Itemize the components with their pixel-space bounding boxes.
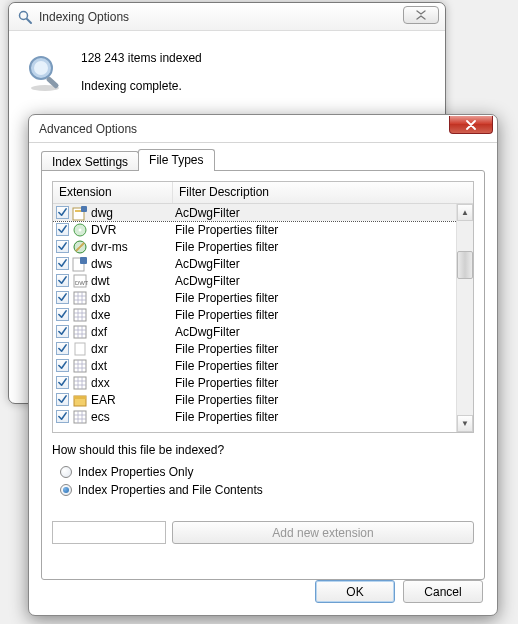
add-new-extension-button[interactable]: Add new extension	[172, 521, 474, 544]
tab-panel-file-types: Extension Filter Description dwgAcDwgFil…	[41, 170, 485, 580]
status-column: 128 243 items indexed Indexing complete.	[81, 51, 431, 96]
extension-text: dxf	[91, 325, 107, 339]
advanced-options-window: Advanced Options Index Settings File Typ…	[28, 114, 498, 616]
extension-text: DVR	[91, 223, 116, 237]
radio-properties-only[interactable]: Index Properties Only	[52, 463, 474, 481]
table-row[interactable]: dwsAcDwgFilter	[53, 255, 473, 272]
cancel-button[interactable]: Cancel	[403, 580, 483, 603]
window-title: Indexing Options	[39, 10, 129, 24]
window-body: 128 243 items indexed Indexing complete.	[9, 31, 445, 108]
checkbox[interactable]	[56, 274, 69, 287]
svg-rect-7	[75, 210, 82, 212]
window-title: Advanced Options	[39, 122, 137, 136]
extension-text: dxt	[91, 359, 107, 373]
extension-text: dwt	[91, 274, 110, 288]
file-type-icon	[72, 205, 88, 221]
file-type-icon	[72, 290, 88, 306]
add-extension-row: Add new extension	[52, 521, 474, 544]
scroll-thumb[interactable]	[457, 251, 473, 279]
table-row[interactable]: dxtFile Properties filter	[53, 357, 473, 374]
items-indexed-text: 128 243 items indexed	[81, 51, 431, 65]
tabs: Index Settings File Types	[41, 149, 485, 171]
table-row[interactable]: DWTdwtAcDwgFilter	[53, 272, 473, 289]
svg-rect-8	[81, 206, 87, 212]
filter-description-text: File Properties filter	[173, 410, 473, 424]
file-types-list: Extension Filter Description dwgAcDwgFil…	[52, 181, 474, 433]
filter-description-text: File Properties filter	[173, 376, 473, 390]
file-type-icon: DWT	[72, 273, 88, 289]
filter-description-text: AcDwgFilter	[173, 206, 473, 220]
titlebar[interactable]: Advanced Options	[29, 115, 497, 143]
checkbox[interactable]	[56, 291, 69, 304]
extension-text: dws	[91, 257, 112, 271]
file-type-icon	[72, 409, 88, 425]
radio-label: Index Properties Only	[78, 465, 193, 479]
checkbox[interactable]	[56, 376, 69, 389]
extension-text: dvr-ms	[91, 240, 128, 254]
checkbox[interactable]	[56, 393, 69, 406]
magnifier-icon	[17, 9, 33, 25]
file-type-icon	[72, 222, 88, 238]
file-type-icon	[72, 341, 88, 357]
checkbox[interactable]	[56, 240, 69, 253]
table-row[interactable]: ecsFile Properties filter	[53, 408, 473, 425]
close-button[interactable]	[449, 116, 493, 134]
index-question-label: How should this file be indexed?	[52, 443, 474, 457]
svg-rect-17	[74, 292, 86, 304]
checkbox[interactable]	[56, 359, 69, 372]
tab-file-types[interactable]: File Types	[138, 149, 214, 171]
svg-point-10	[79, 228, 82, 231]
table-row[interactable]: DVRFile Properties filter	[53, 221, 473, 238]
table-row[interactable]: dxfAcDwgFilter	[53, 323, 473, 340]
table-row[interactable]: EARFile Properties filter	[53, 391, 473, 408]
table-row[interactable]: dxeFile Properties filter	[53, 306, 473, 323]
indexing-status-text: Indexing complete.	[81, 79, 431, 93]
checkbox[interactable]	[56, 223, 69, 236]
filter-description-text: File Properties filter	[173, 308, 473, 322]
file-type-icon	[72, 239, 88, 255]
scroll-up-arrow[interactable]: ▲	[457, 204, 473, 221]
file-type-icon	[72, 307, 88, 323]
svg-rect-24	[74, 396, 86, 399]
svg-rect-14	[80, 257, 87, 264]
column-extension[interactable]: Extension	[53, 182, 173, 203]
svg-text:DWT: DWT	[75, 280, 88, 286]
close-button[interactable]	[403, 6, 439, 24]
checkbox[interactable]	[56, 342, 69, 355]
table-row[interactable]: dwgAcDwgFilter	[53, 204, 473, 221]
filter-description-text: File Properties filter	[173, 393, 473, 407]
filter-description-text: AcDwgFilter	[173, 274, 473, 288]
checkbox[interactable]	[56, 410, 69, 423]
new-extension-input[interactable]	[52, 521, 166, 544]
column-filter-description[interactable]: Filter Description	[173, 182, 473, 203]
filter-description-text: AcDwgFilter	[173, 325, 473, 339]
titlebar[interactable]: Indexing Options	[9, 3, 445, 31]
table-row[interactable]: dxrFile Properties filter	[53, 340, 473, 357]
extension-text: EAR	[91, 393, 116, 407]
scroll-down-arrow[interactable]: ▼	[457, 415, 473, 432]
radio-icon	[60, 484, 72, 496]
checkbox[interactable]	[56, 308, 69, 321]
list-header[interactable]: Extension Filter Description	[53, 182, 473, 204]
table-row[interactable]: dxxFile Properties filter	[53, 374, 473, 391]
filter-description-text: File Properties filter	[173, 359, 473, 373]
scrollbar[interactable]: ▲ ▼	[456, 204, 473, 432]
checkbox[interactable]	[56, 206, 69, 219]
svg-rect-18	[74, 309, 86, 321]
extension-text: dxx	[91, 376, 110, 390]
table-row[interactable]: dvr-msFile Properties filter	[53, 238, 473, 255]
file-type-icon	[72, 324, 88, 340]
file-type-icon	[72, 375, 88, 391]
tab-index-settings[interactable]: Index Settings	[41, 151, 139, 171]
checkbox[interactable]	[56, 257, 69, 270]
extension-text: dxb	[91, 291, 110, 305]
table-row[interactable]: dxbFile Properties filter	[53, 289, 473, 306]
list-body[interactable]: dwgAcDwgFilterDVRFile Properties filterd…	[53, 204, 473, 432]
svg-rect-22	[74, 377, 86, 389]
checkbox[interactable]	[56, 325, 69, 338]
magnifier-large-icon	[23, 51, 67, 96]
ok-button[interactable]: OK	[315, 580, 395, 603]
extension-text: ecs	[91, 410, 110, 424]
radio-properties-and-contents[interactable]: Index Properties and File Contents	[52, 481, 474, 499]
filter-description-text: File Properties filter	[173, 342, 473, 356]
